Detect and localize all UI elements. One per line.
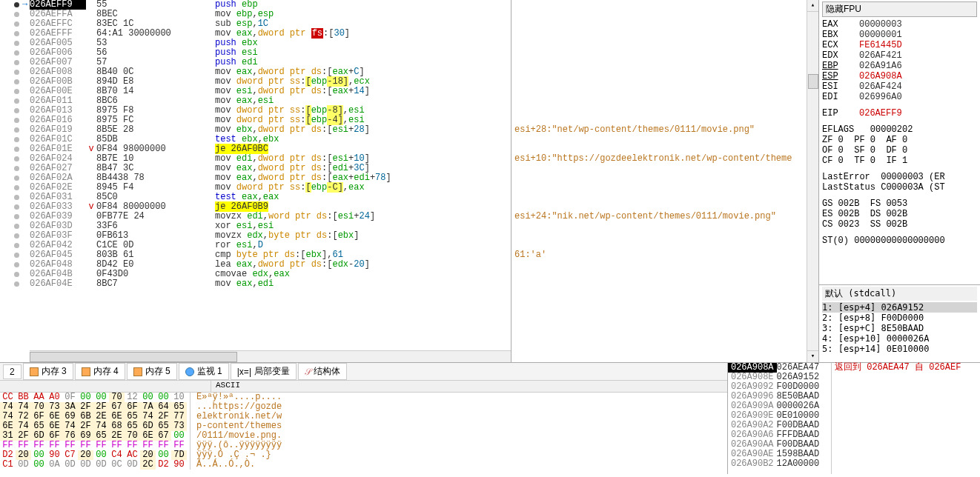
dump-row[interactable]: 312F6D6F7669652E706E6700/0111/movie.png.	[0, 431, 727, 441]
register-row[interactable]: EDI026996A0	[822, 92, 977, 102]
call-arg-row[interactable]: 4: [esp+10] 0000026A	[822, 333, 977, 344]
stack-comment	[835, 450, 977, 459]
breakpoint-gutter[interactable]	[0, 144, 22, 154]
register-row[interactable]: ESP026A908A	[822, 71, 977, 81]
dump-row[interactable]: D2200090C72000C4AC20007Dÿÿÿ.Ó .Ç .¬ .}	[0, 450, 727, 460]
tab-memory-3[interactable]: 内存 3	[23, 363, 73, 380]
tab-memory-4[interactable]: 内存 4	[75, 363, 125, 380]
breakpoint-gutter[interactable]	[0, 183, 22, 193]
fpu-toggle-header[interactable]: 隐藏FPU	[822, 1, 977, 17]
breakpoint-gutter[interactable]	[0, 135, 22, 144]
eip-arrow-icon	[22, 67, 30, 77]
jump-marker-icon	[86, 260, 96, 270]
jump-marker-icon	[86, 0, 96, 10]
dump-row[interactable]: CCBBAAA00F00007012000010Ë»ªÿ!»ª....p....	[0, 393, 727, 402]
breakpoint-dot-icon	[14, 147, 19, 152]
call-arg-row[interactable]: 2: [esp+8] F00D0000	[822, 313, 977, 323]
eip-arrow-icon	[22, 125, 30, 135]
call-arg-row[interactable]: 1: [esp+4] 026A9152	[822, 302, 977, 313]
jump-marker-icon	[86, 231, 96, 241]
breakpoint-gutter[interactable]	[0, 164, 22, 173]
bytes: 56	[96, 48, 215, 58]
breakpoint-gutter[interactable]	[0, 106, 22, 116]
tab-memory-5[interactable]: 内存 5	[127, 363, 177, 380]
stack-row[interactable]: 026A90B212A00000	[728, 459, 831, 469]
bytes: 53	[96, 39, 215, 48]
disasm-row[interactable]: 026AF04E8BC7mov eax,edi	[0, 279, 511, 289]
flag-row: CF 0 TF 0 IF 1	[822, 156, 977, 166]
disassembly-panel[interactable]: →026AEFF955push ebp026AEFFA8BECmov ebp,e…	[0, 0, 511, 362]
breakpoint-gutter[interactable]	[0, 173, 22, 183]
register-row[interactable]: EBP026A91A6	[822, 61, 977, 71]
register-row[interactable]: EBX00000001	[822, 30, 977, 40]
flag-row: ZF 0 PF 0 AF 0	[822, 135, 977, 145]
disasm-hscrollbar[interactable]	[30, 350, 511, 362]
breakpoint-gutter[interactable]	[0, 58, 22, 67]
breakpoint-dot-icon	[14, 156, 19, 161]
breakpoint-gutter[interactable]	[0, 29, 22, 39]
breakpoint-dot-icon	[14, 41, 19, 46]
breakpoint-gutter[interactable]	[0, 0, 22, 10]
breakpoint-gutter[interactable]	[0, 96, 22, 106]
stack-comment	[835, 401, 977, 411]
tab-watch-1[interactable]: 监视 1	[179, 363, 229, 380]
comment-vscrollbar[interactable]: ▴ ▾	[807, 0, 818, 362]
eip-arrow-icon	[22, 144, 30, 154]
breakpoint-gutter[interactable]	[0, 10, 22, 19]
breakpoint-gutter[interactable]	[0, 48, 22, 58]
tab-locals[interactable]: |x=| 局部变量	[231, 363, 297, 380]
eip-arrow-icon	[22, 260, 30, 270]
tab-label: 结构体	[314, 365, 340, 378]
scroll-down-icon[interactable]: ▾	[807, 350, 818, 362]
scroll-thumb[interactable]	[30, 352, 237, 362]
memory-dump-panel[interactable]: 2 内存 3 内存 4 内存 5 监视 1 |x=| 局部变量 𝒮 结构体 AS…	[0, 363, 728, 474]
breakpoint-gutter[interactable]	[0, 154, 22, 164]
registers-panel[interactable]: 隐藏FPU EAX00000003EBX00000001ECXFE61445DE…	[819, 0, 980, 285]
breakpoint-gutter[interactable]	[0, 77, 22, 87]
dump-row[interactable]: 74726F6E696B2E6E65742F77elektronik.net/w	[0, 412, 727, 421]
comment: esi+24:"nik.net/wp-content/themes/0111/m…	[511, 212, 818, 221]
breakpoint-gutter[interactable]	[0, 260, 22, 270]
breakpoint-gutter[interactable]	[0, 270, 22, 279]
breakpoint-gutter[interactable]	[0, 212, 22, 221]
breakpoint-gutter[interactable]	[0, 241, 22, 250]
ascii-header: ASCII	[211, 381, 240, 392]
call-args-panel[interactable]: 默认 (stdcall) 1: [esp+4] 026A91522: [esp+…	[819, 285, 980, 362]
dump-row[interactable]: C10D000A0D0D0D0C0D2CD290Á..Á..Ó.,Ò.	[0, 460, 727, 470]
comment	[511, 183, 818, 193]
breakpoint-gutter[interactable]	[0, 116, 22, 125]
breakpoint-gutter[interactable]	[0, 221, 22, 231]
breakpoint-gutter[interactable]	[0, 39, 22, 48]
register-row[interactable]: ECXFE61445D	[822, 40, 977, 50]
register-row[interactable]: EAX00000003	[822, 19, 977, 30]
tab-2[interactable]: 2	[3, 364, 21, 379]
dump-row[interactable]: FFFFFFFFFFFFFFFFFFFFFFFFÿÿÿ.(ô..ÿÿÿÿÿÿÿÿ	[0, 441, 727, 450]
register-eip-row[interactable]: EIP026AEFF9	[822, 108, 977, 119]
stack-comment: 返回到 026AEA47 自 026AEF	[835, 363, 977, 373]
jump-marker-icon	[86, 183, 96, 193]
breakpoint-gutter[interactable]	[0, 67, 22, 77]
jump-marker-icon	[86, 154, 96, 164]
dump-row[interactable]: 747470733A2F2F676F7A6465...https://gozde	[0, 402, 727, 412]
dump-row[interactable]: 6E74656E742F7468656D6573p-content/themes	[0, 421, 727, 431]
jump-marker-icon	[86, 58, 96, 67]
breakpoint-gutter[interactable]	[0, 279, 22, 289]
breakpoint-gutter[interactable]	[0, 193, 22, 202]
breakpoint-gutter[interactable]	[0, 231, 22, 241]
register-row[interactable]: EDX026AF421	[822, 50, 977, 61]
scroll-thumb[interactable]	[808, 74, 818, 89]
call-arg-row[interactable]: 3: [esp+C] 8E50BAAD	[822, 323, 977, 333]
breakpoint-gutter[interactable]	[0, 125, 22, 135]
call-arg-row[interactable]: 5: [esp+14] 0E010000	[822, 344, 977, 354]
tab-struct[interactable]: 𝒮 结构体	[298, 363, 347, 380]
jump-marker-icon	[86, 87, 96, 96]
breakpoint-gutter[interactable]	[0, 202, 22, 212]
breakpoint-gutter[interactable]	[0, 250, 22, 260]
breakpoint-gutter[interactable]	[0, 19, 22, 29]
breakpoint-gutter[interactable]	[0, 87, 22, 96]
register-row[interactable]: ESI026AF424	[822, 81, 977, 92]
jump-marker-icon	[86, 48, 96, 58]
register-value: FE61445D	[859, 40, 902, 50]
stack-panel[interactable]: 026A908A026AEA47026A908E026A9152026A9092…	[728, 363, 980, 474]
scroll-up-icon[interactable]: ▴	[807, 0, 818, 12]
